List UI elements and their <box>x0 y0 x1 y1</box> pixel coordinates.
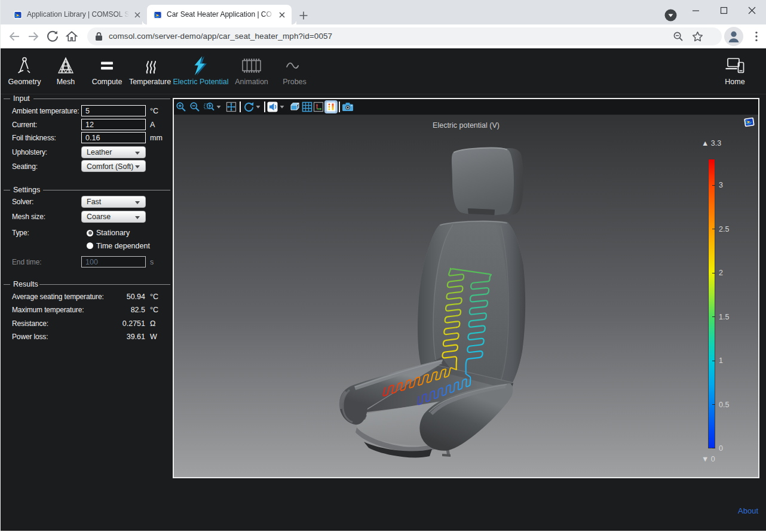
geometry-icon <box>2 54 47 76</box>
zoom-extents-icon[interactable] <box>226 102 237 112</box>
zoom-box-icon[interactable] <box>204 102 215 112</box>
ribbon-button-compute[interactable]: Compute <box>86 54 128 91</box>
tab-close-icon[interactable] <box>133 10 142 20</box>
field-label: Seating: <box>12 162 79 171</box>
mesh-size-dropdown[interactable]: Coarse <box>81 211 146 223</box>
comsol-app: Geometry Mesh Compute Temperature Electr… <box>0 48 766 532</box>
seating-dropdown[interactable]: Comfort (Soft) <box>81 160 146 172</box>
ribbon-label: Home <box>725 78 744 86</box>
url-text[interactable]: comsol.com/server-demo/app/car_seat_heat… <box>109 32 332 41</box>
field-label: Type: <box>12 229 79 237</box>
ribbon-label: Temperature <box>129 78 171 86</box>
window-border <box>0 0 1 532</box>
ribbon-label: Probes <box>283 78 307 86</box>
colorbar-tick-label: 3 <box>719 181 723 189</box>
result-value: 50.94 <box>79 293 145 301</box>
home-icon[interactable] <box>65 29 79 44</box>
field-label: Solver: <box>12 198 79 206</box>
ribbon-button-home[interactable]: Home <box>716 54 754 91</box>
tab-search-button[interactable] <box>664 9 677 21</box>
comsol-logo-icon <box>743 116 755 131</box>
axes-icon[interactable] <box>313 102 324 112</box>
perspective-icon[interactable] <box>289 102 300 112</box>
new-tab-button[interactable] <box>297 9 310 22</box>
ribbon-button-probes[interactable]: Probes <box>277 54 312 91</box>
back-icon[interactable] <box>7 29 22 44</box>
color-legend-icon[interactable] <box>326 102 336 112</box>
window-close-button[interactable] <box>738 0 766 21</box>
graphics-toolbar <box>174 99 758 115</box>
snapshot-icon[interactable] <box>342 102 353 112</box>
mesh-icon <box>48 54 84 76</box>
grid-icon[interactable] <box>302 102 312 112</box>
dropdown-arrow-icon <box>135 165 140 168</box>
tab-application-library[interactable]: Application Library | COMSOL Se <box>7 5 147 24</box>
end-time-input[interactable] <box>81 256 146 267</box>
window-maximize-button[interactable] <box>710 0 738 21</box>
ribbon-button-animation[interactable]: Animation <box>228 54 275 91</box>
result-label: Resistance: <box>12 319 79 328</box>
plot-title: Electric potential (V) <box>174 121 758 130</box>
section-header-input: Input <box>0 94 173 103</box>
radio-label: Time dependent <box>96 242 150 250</box>
field-unit: A <box>150 121 155 129</box>
zoom-out-icon[interactable] <box>189 102 200 112</box>
window-minimize-button[interactable] <box>682 0 710 21</box>
browser-menu-icon[interactable] <box>749 29 764 44</box>
color-legend-bar <box>708 159 715 448</box>
ribbon-label: Compute <box>92 78 122 86</box>
scene-light-icon[interactable] <box>267 102 278 112</box>
section-title: Settings <box>13 186 40 194</box>
stationary-radio[interactable] <box>87 230 93 236</box>
colorbar-tick-mark <box>712 448 715 448</box>
zoom-page-icon[interactable] <box>672 30 685 45</box>
result-value: 82.5 <box>79 306 145 314</box>
dropdown-arrow-icon <box>135 216 140 219</box>
electric-potential-icon <box>168 54 234 76</box>
browser-profile-avatar[interactable] <box>724 27 743 46</box>
toolbar-separator <box>339 102 340 112</box>
section-header-results: Results <box>0 280 173 288</box>
about-link[interactable]: About <box>738 506 758 515</box>
result-unit: W <box>150 333 157 341</box>
reload-icon[interactable] <box>45 29 60 44</box>
colorbar-tick-label: 2 <box>719 269 723 277</box>
address-bar[interactable]: comsol.com/server-demo/app/car_seat_heat… <box>87 27 722 45</box>
current-input[interactable] <box>81 119 146 130</box>
foil-thickness-input[interactable] <box>81 132 146 143</box>
home-devices-icon <box>716 54 754 76</box>
colorbar-tick-label: 1.5 <box>719 313 729 321</box>
ribbon-label: Electric Potential <box>173 78 228 86</box>
field-label: End time: <box>12 258 79 266</box>
dropdown-arrow-icon <box>135 152 140 155</box>
result-unit: °C <box>150 306 158 314</box>
radio-label: Stationary <box>96 229 130 237</box>
ambient-temperature-input[interactable] <box>81 105 146 116</box>
graphics-canvas[interactable]: Electric potential (V) ▲ 3.3 ▼ 0 3 2.5 2… <box>174 115 758 477</box>
car-seat-3d-model <box>174 115 758 477</box>
animation-icon <box>228 54 275 76</box>
lock-icon[interactable] <box>95 32 103 44</box>
colorbar-tick-label: 2.5 <box>719 225 729 233</box>
result-value: 0.2751 <box>79 319 145 328</box>
browser-tab-strip: Application Library | COMSOL Se Car Seat… <box>0 0 766 24</box>
ribbon-button-geometry[interactable]: Geometry <box>2 54 47 91</box>
graphics-window: Electric potential (V) ▲ 3.3 ▼ 0 3 2.5 2… <box>173 98 759 478</box>
field-label: Upholstery: <box>12 148 79 156</box>
solver-dropdown[interactable]: Fast <box>81 196 146 208</box>
forward-icon[interactable] <box>26 29 41 44</box>
rotate-icon[interactable] <box>243 102 254 112</box>
ribbon-button-mesh[interactable]: Mesh <box>48 54 84 91</box>
bookmark-star-icon[interactable] <box>691 30 704 45</box>
colorbar-tick-mark <box>712 361 715 361</box>
field-unit: mm <box>150 134 163 142</box>
tab-close-icon[interactable] <box>277 10 287 20</box>
upholstery-dropdown[interactable]: Leather <box>81 146 146 158</box>
tab-title: Application Library | COMSOL Se <box>27 10 129 19</box>
tab-car-seat-heater[interactable]: Car Seat Heater Application | CO <box>147 5 292 24</box>
comsol-favicon <box>153 10 163 20</box>
zoom-in-icon[interactable] <box>176 102 186 112</box>
time-dependent-radio[interactable] <box>87 242 93 249</box>
ribbon-button-electric-potential[interactable]: Electric Potential <box>168 54 234 91</box>
result-value: 39.61 <box>79 333 145 341</box>
